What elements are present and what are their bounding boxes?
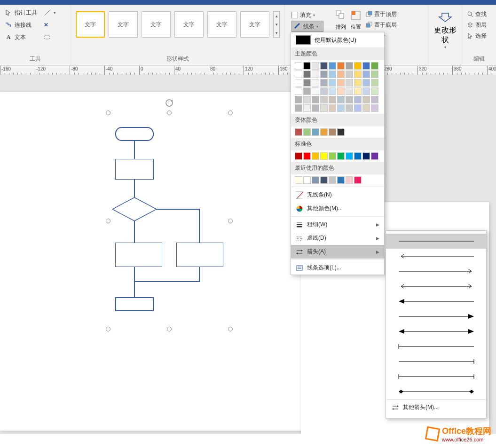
shape-preset-6[interactable]: 文字 [240, 11, 269, 38]
color-swatch[interactable] [371, 62, 378, 70]
shape-preset-5[interactable]: 文字 [207, 11, 236, 38]
color-swatch[interactable] [362, 79, 370, 86]
color-swatch[interactable] [346, 104, 353, 112]
changeshape-button[interactable]: 更改形状 ▾ [431, 7, 459, 49]
color-swatch[interactable] [346, 71, 353, 78]
color-swatch[interactable] [346, 176, 353, 184]
color-swatch[interactable] [329, 104, 336, 112]
color-swatch[interactable] [320, 96, 328, 103]
layer-button[interactable]: 图层 [467, 20, 491, 30]
color-swatch[interactable] [371, 71, 378, 78]
color-swatch[interactable] [329, 62, 336, 70]
color-swatch[interactable] [337, 62, 345, 70]
select-button[interactable]: 选择 [467, 31, 491, 40]
pointer-tool[interactable]: 指针工具 [3, 8, 39, 18]
color-swatch[interactable] [354, 71, 362, 78]
color-swatch[interactable] [337, 128, 345, 136]
color-swatch[interactable] [337, 176, 345, 184]
color-swatch[interactable] [303, 71, 311, 78]
color-swatch[interactable] [346, 62, 353, 70]
color-swatch[interactable] [329, 152, 336, 160]
arrow-opt-right-solid[interactable] [386, 309, 486, 324]
color-swatch[interactable] [303, 176, 311, 184]
color-swatch[interactable] [312, 96, 319, 103]
no-line-row[interactable]: 无线条(N) [291, 188, 384, 202]
color-swatch[interactable] [303, 152, 311, 160]
color-swatch[interactable] [337, 152, 345, 160]
color-swatch[interactable] [362, 62, 370, 70]
color-swatch[interactable] [329, 176, 336, 184]
text-tool[interactable]: A 文本 [3, 32, 39, 42]
color-swatch[interactable] [312, 62, 319, 70]
color-swatch[interactable] [295, 71, 302, 78]
color-swatch[interactable] [295, 96, 302, 103]
dash-row[interactable]: 虚线(D)▶ [291, 231, 384, 245]
color-swatch[interactable] [354, 62, 362, 70]
color-swatch[interactable] [346, 152, 353, 160]
handle-s[interactable] [167, 327, 172, 331]
shape-preset-2[interactable]: 文字 [109, 11, 138, 38]
color-swatch[interactable] [303, 62, 311, 70]
arrow-more[interactable]: 其他箭头(M)... [386, 399, 486, 415]
auto-color-row[interactable]: 使用默认颜色(U) [291, 32, 384, 47]
color-swatch[interactable] [337, 87, 345, 95]
arrow-row[interactable]: 箭头(A)▶ [291, 245, 384, 259]
shape-preset-3[interactable]: 文字 [142, 11, 171, 38]
color-swatch[interactable] [312, 176, 319, 184]
line-button[interactable]: 线条▾ [291, 21, 323, 32]
handle-se[interactable] [228, 327, 233, 331]
color-swatch[interactable] [320, 87, 328, 95]
shape-preset-4[interactable]: 文字 [174, 11, 204, 38]
color-swatch[interactable] [346, 96, 353, 103]
color-swatch[interactable] [329, 79, 336, 86]
line-tool[interactable]: ▾ [42, 8, 58, 18]
color-swatch[interactable] [354, 176, 362, 184]
shape-preset-more[interactable]: ▴▾▾ [273, 11, 280, 38]
handle-sw[interactable] [106, 327, 110, 331]
color-swatch[interactable] [320, 176, 328, 184]
color-swatch[interactable] [312, 79, 319, 86]
weight-row[interactable]: 粗细(W)▶ [291, 218, 384, 231]
color-swatch[interactable] [337, 96, 345, 103]
handle-n[interactable] [167, 110, 172, 115]
color-swatch[interactable] [346, 79, 353, 86]
color-swatch[interactable] [354, 79, 362, 86]
arrow-opt-left-solid[interactable] [386, 294, 486, 309]
color-swatch[interactable] [295, 152, 302, 160]
find-button[interactable]: 查找 [467, 9, 491, 19]
color-swatch[interactable] [295, 87, 302, 95]
color-swatch[interactable] [295, 79, 302, 86]
arrow-opt-both-solid[interactable] [386, 324, 486, 339]
color-swatch[interactable] [303, 79, 311, 86]
connector-tool[interactable]: 连接线 [3, 20, 39, 30]
arrow-opt-both-open[interactable] [386, 279, 486, 294]
color-swatch[interactable] [362, 71, 370, 78]
color-swatch[interactable] [295, 176, 302, 184]
shape-preset-1[interactable]: 文字 [76, 11, 105, 38]
color-swatch[interactable] [362, 87, 370, 95]
rotate-handle[interactable] [165, 99, 173, 109]
color-swatch[interactable] [371, 87, 378, 95]
color-swatch[interactable] [295, 62, 302, 70]
color-swatch[interactable] [320, 128, 328, 136]
send-back-button[interactable]: 置于底层 [366, 20, 397, 30]
arrow-opt-both-line[interactable] [386, 369, 486, 384]
color-swatch[interactable] [371, 152, 378, 160]
x-tool[interactable]: ✕ [42, 20, 58, 30]
color-swatch[interactable] [312, 71, 319, 78]
color-swatch[interactable] [362, 104, 370, 112]
color-swatch[interactable] [303, 87, 311, 95]
color-swatch[interactable] [362, 96, 370, 103]
color-swatch[interactable] [371, 79, 378, 86]
line-options-row[interactable]: 线条选项(L)... [291, 261, 384, 275]
color-swatch[interactable] [312, 87, 319, 95]
color-swatch[interactable] [337, 79, 345, 86]
more-colors-row[interactable]: 其他颜色(M)... [291, 202, 384, 215]
handle-w[interactable] [106, 219, 110, 223]
color-swatch[interactable] [312, 104, 319, 112]
color-swatch[interactable] [320, 152, 328, 160]
fill-button[interactable]: 填充▾ [291, 9, 323, 21]
color-swatch[interactable] [329, 128, 336, 136]
color-swatch[interactable] [354, 96, 362, 103]
arrow-opt-right-line[interactable] [386, 354, 486, 369]
